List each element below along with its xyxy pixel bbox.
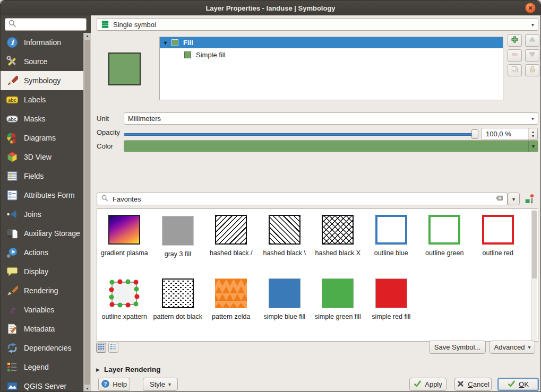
opacity-slider-handle[interactable]	[471, 129, 478, 139]
expand-caret-icon[interactable]: ▾	[164, 40, 167, 46]
symbol-item-outline-green[interactable]: outline green	[418, 210, 471, 274]
sidebar-search-box[interactable]	[5, 18, 87, 31]
symbol-item-label: outline green	[418, 249, 470, 257]
favorites-search-input[interactable]	[113, 195, 492, 203]
sidebar-item-actions[interactable]: Actions	[1, 243, 83, 262]
scroll-down-icon[interactable]: ▼	[84, 387, 91, 390]
renderer-value: Single symbol	[113, 21, 156, 29]
sidebar-item-fields[interactable]: Fields	[1, 167, 83, 186]
sidebar-item-display[interactable]: Display	[1, 262, 83, 281]
scrollbar-thumb[interactable]	[84, 40, 90, 385]
symbol-preview-hash-back	[269, 215, 300, 245]
sidebar-item-label: Actions	[24, 248, 48, 257]
sidebar-item-labels[interactable]: abcLabels	[1, 90, 83, 109]
add-symbol-layer-button[interactable]	[508, 34, 522, 47]
close-button[interactable]: ✕	[525, 3, 536, 13]
symbol-item-hashed-black-[interactable]: hashed black \	[258, 210, 312, 274]
favorites-dropdown-button[interactable]: ▾	[508, 193, 520, 205]
sidebar: iInformationSourceSymbologyabcLabelsabcM…	[1, 15, 91, 391]
move-down-button[interactable]	[525, 49, 539, 62]
opacity-spinbox[interactable]: 100,0 % ▲▼	[481, 128, 538, 140]
tree-row-fill[interactable]: ▾ Fill	[160, 37, 503, 48]
sidebar-item-qgis-server[interactable]: QGIS Server	[1, 377, 83, 391]
symbol-item-label: simple blue fill	[259, 313, 311, 321]
move-up-icon	[528, 36, 536, 46]
sidebar-item-label: Variables	[24, 306, 54, 314]
scroll-up-icon[interactable]: ▲	[84, 34, 91, 38]
renderer-dropdown[interactable]: Single symbol ▾	[97, 18, 538, 31]
opacity-slider[interactable]	[124, 133, 474, 136]
symbol-item-hashed-black-x[interactable]: hashed black X	[311, 210, 365, 274]
sidebar-item-auxiliary-storage[interactable]: Auxiliary Storage	[1, 224, 83, 243]
rendering-icon	[6, 285, 18, 297]
sidebar-item-3d-view[interactable]: 3D View	[1, 147, 83, 167]
help-button[interactable]: ? Help	[98, 378, 130, 391]
symbol-item-pattern-zelda[interactable]: pattern zelda	[204, 274, 258, 337]
symbols-scrollbar[interactable]	[531, 210, 537, 341]
symbol-item-simple-red-fill[interactable]: simple red fill	[365, 274, 418, 337]
symbol-item-gray-3-fill[interactable]: gray 3 fill	[151, 210, 205, 274]
advanced-button[interactable]: Advanced ▾	[490, 341, 535, 354]
sidebar-item-rendering[interactable]: Rendering	[1, 281, 83, 300]
search-icon	[101, 194, 109, 204]
save-symbol-button[interactable]: Save Symbol...	[429, 341, 486, 354]
symbol-item-outline-red[interactable]: outline red	[471, 210, 525, 274]
3d-view-icon	[6, 151, 18, 163]
symbol-item-label: hashed black \	[259, 249, 311, 257]
duplicate-symbol-layer-button[interactable]	[508, 64, 522, 76]
single-symbol-icon	[101, 20, 109, 29]
unit-dropdown[interactable]: Millimeters ▾	[124, 112, 538, 125]
sidebar-item-diagrams[interactable]: Diagrams	[1, 128, 83, 147]
style-manager-button[interactable]	[523, 193, 536, 205]
cancel-button[interactable]: Cancel	[454, 378, 492, 391]
sidebar-item-symbology[interactable]: Symbology	[1, 71, 83, 90]
chevron-down-icon[interactable]: ▾	[528, 141, 538, 152]
sidebar-item-source[interactable]: Source	[1, 52, 83, 71]
symbol-preview-gradient-plasma	[108, 215, 140, 245]
sidebar-item-variables[interactable]: εVariables	[1, 300, 83, 319]
list-view-button[interactable]	[108, 343, 118, 353]
search-icon	[8, 19, 17, 30]
spinner-arrows[interactable]: ▲▼	[528, 128, 537, 140]
sidebar-item-information[interactable]: iInformation	[1, 33, 83, 52]
ok-button[interactable]: OK	[497, 378, 539, 391]
symbol-grid: gradient plasmagray 3 fillhashed black /…	[98, 210, 530, 340]
layer-rendering-label: Layer Rendering	[104, 365, 161, 373]
sidebar-item-label: Masks	[24, 115, 45, 123]
symbol-item-simple-green-fill[interactable]: simple green fill	[311, 274, 365, 337]
check-icon	[414, 380, 422, 389]
grid-view-button[interactable]	[96, 343, 106, 353]
symbol-item-hashed-black-[interactable]: hashed black /	[204, 210, 258, 274]
sidebar-item-masks[interactable]: abcMasks	[1, 109, 83, 128]
tree-row-simple-fill[interactable]: Simple fill	[160, 48, 503, 61]
sidebar-item-joins[interactable]: Joins	[1, 205, 83, 224]
move-down-icon	[528, 50, 536, 60]
lock-color-button[interactable]	[525, 64, 539, 76]
apply-button[interactable]: Apply	[409, 378, 446, 391]
color-swatch-button[interactable]: ▾	[124, 140, 538, 152]
sidebar-item-attributes-form[interactable]: Attributes Form	[1, 186, 83, 205]
tree-root-label: Fill	[183, 39, 193, 47]
remove-symbol-layer-button[interactable]	[508, 49, 522, 62]
symbol-item-gradient-plasma[interactable]: gradient plasma	[98, 210, 151, 274]
sidebar-scrollbar[interactable]: ▲ ▼	[83, 33, 91, 391]
move-up-button[interactable]	[525, 34, 539, 47]
symbol-item-simple-blue-fill[interactable]: simple blue fill	[258, 274, 312, 337]
sidebar-item-dependencies[interactable]: Dependencies	[1, 338, 83, 358]
titlebar[interactable]: Layer Properties - landuse | Symbology ✕	[1, 1, 540, 15]
symbol-item-label: hashed black /	[205, 249, 257, 257]
clear-search-icon[interactable]	[495, 194, 503, 204]
scrollbar-thumb[interactable]	[532, 211, 537, 278]
symbol-item-outline-xpattern[interactable]: outline xpattern	[98, 274, 151, 337]
symbol-item-outline-blue[interactable]: outline blue	[365, 210, 418, 274]
sidebar-item-legend[interactable]: Legend	[1, 358, 83, 377]
layer-rendering-header[interactable]: ▶ Layer Rendering	[96, 365, 160, 373]
favorites-search-box[interactable]	[97, 193, 508, 205]
symbol-item-pattern-dot-black[interactable]: pattern dot black	[151, 274, 205, 337]
style-button[interactable]: Style ▾	[143, 378, 178, 391]
cancel-icon	[457, 380, 465, 389]
sidebar-item-label: Fields	[24, 172, 44, 180]
sidebar-search-input[interactable]	[20, 21, 83, 29]
sidebar-item-metadata[interactable]: Metadata	[1, 319, 83, 338]
metadata-icon	[6, 323, 18, 335]
